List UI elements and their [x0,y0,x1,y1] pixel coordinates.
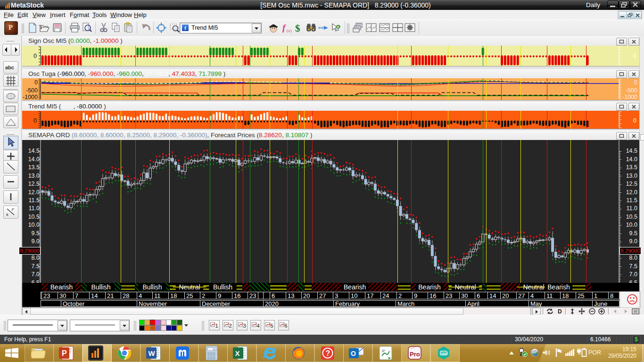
svg-text:9: 9 [414,292,417,299]
svg-text:2: 2 [229,323,232,329]
svg-text:1: 1 [215,323,218,329]
svg-text:25: 25 [578,292,584,299]
svg-text:FREE: FREE [441,352,448,354]
svg-text:20: 20 [303,292,310,299]
svg-text:14: 14 [489,292,496,299]
svg-text:16: 16 [429,292,436,299]
svg-text:30: 30 [461,292,468,299]
svg-text:30: 30 [59,292,66,299]
svg-text:?: ? [325,349,330,357]
svg-text:April: April [467,300,479,307]
svg-text:13: 13 [288,292,294,299]
svg-text:February: February [335,300,360,307]
svg-text:9: 9 [218,292,221,299]
svg-text:1: 1 [594,292,597,299]
svg-text:6: 6 [284,323,287,329]
svg-text:f: f [282,23,286,33]
svg-text:6: 6 [477,292,480,299]
svg-text:Neutral: Neutral [179,283,200,291]
svg-text:Bearish: Bearish [547,283,570,291]
svg-text:November: November [139,300,167,307]
svg-text:2: 2 [202,292,205,299]
svg-text:December: December [202,300,231,307]
svg-text:16: 16 [234,292,240,299]
svg-text:2020: 2020 [265,300,279,307]
svg-text:Bullish: Bullish [91,283,110,291]
svg-text:7: 7 [75,292,78,299]
svg-text:October: October [63,300,85,307]
svg-text:20: 20 [502,292,509,299]
svg-text:(x): (x) [287,28,292,33]
svg-text:23: 23 [43,292,50,299]
svg-text:23: 23 [446,292,452,299]
svg-text:18: 18 [170,292,177,299]
svg-text:4: 4 [256,323,259,329]
svg-text:March: March [397,300,414,307]
svg-text:June: June [594,300,607,307]
svg-text:Bearish: Bearish [50,283,73,291]
svg-text:2: 2 [398,292,402,299]
svg-text:P: P [62,349,67,357]
svg-text:3: 3 [243,323,246,329]
svg-text:11: 11 [154,292,161,299]
svg-text:May: May [530,300,542,307]
svg-text:4: 4 [139,292,142,299]
svg-text:Bearish: Bearish [418,283,440,291]
svg-text:Bullish: Bullish [142,283,162,291]
svg-text:23: 23 [249,292,256,299]
svg-text:14: 14 [91,292,98,299]
svg-text:11: 11 [546,292,553,299]
svg-text:24: 24 [382,292,389,299]
svg-text:27: 27 [518,292,525,299]
svg-text:21: 21 [107,292,114,299]
svg-text:17: 17 [367,292,373,299]
svg-text:X: X [235,349,240,357]
svg-text:8: 8 [610,292,613,299]
svg-text:18: 18 [562,292,569,299]
svg-text:$: $ [295,23,300,34]
svg-text:25: 25 [186,292,193,299]
svg-text:28: 28 [123,292,129,299]
svg-text:Pro: Pro [410,351,420,358]
svg-text:W: W [148,349,155,357]
svg-text:27: 27 [319,292,326,299]
svg-text:Bearish: Bearish [344,283,366,291]
svg-text:3: 3 [335,292,338,299]
svg-text:O: O [351,350,356,357]
svg-text:Neutral: Neutral [523,283,544,291]
svg-text:?: ? [336,24,340,33]
svg-text:Bullish: Bullish [213,283,232,291]
svg-text:Neutral: Neutral [454,283,476,291]
svg-text:10: 10 [351,292,357,299]
svg-text:4: 4 [530,292,534,299]
svg-text:abc: abc [5,65,14,70]
svg-text:s: s [6,212,8,217]
svg-text:5: 5 [271,323,273,329]
svg-text:6: 6 [272,292,275,299]
